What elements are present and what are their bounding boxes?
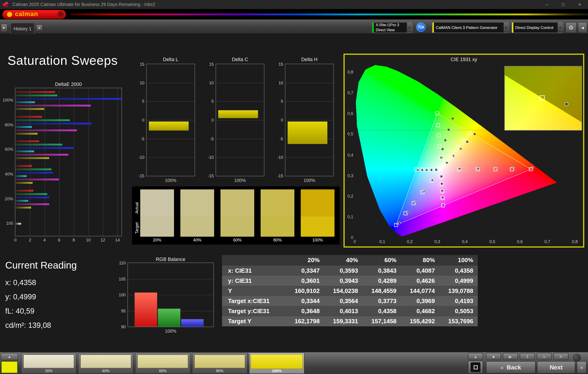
pattern-button-100%[interactable]: 100% xyxy=(249,353,304,374)
group-label: 20% xyxy=(0,196,13,201)
back-button[interactable]: « Back xyxy=(486,361,536,374)
delta-l-title: Delta L xyxy=(146,57,195,62)
deltae-bar xyxy=(16,154,68,156)
cell-value: 0,4013 xyxy=(324,308,362,314)
actual-target-swatch-panel: Actual Target 20%40%60%80%100% xyxy=(132,186,340,245)
x-tick-label: 14 xyxy=(113,238,122,242)
row-label: y: CIE31 xyxy=(222,277,286,284)
x-tick-label: 0,8 xyxy=(568,239,581,244)
stop-button[interactable]: ■ xyxy=(486,353,501,360)
gridline xyxy=(285,120,333,120)
deltae-bar xyxy=(16,196,49,198)
swatch-actual xyxy=(301,189,335,216)
deltae-bar xyxy=(16,165,32,167)
collapse-panel-button[interactable]: ◀ xyxy=(578,22,587,33)
swatch-40% xyxy=(180,189,214,237)
calman-logo[interactable]: calman ▼ xyxy=(2,10,66,19)
y-tick-label: 110 xyxy=(116,261,126,265)
deltae-bar xyxy=(16,122,92,124)
bottom-bar: ▲ ▲ ■ ▶ ‖ ∞ ↻ « Back Next » 20%40%60%80%… xyxy=(0,352,588,374)
minimize-button[interactable]: – xyxy=(538,0,555,9)
y-tick-label: -10 xyxy=(204,155,214,160)
cell-value: 0,3564 xyxy=(324,298,362,304)
meter-dropdown[interactable]: X-Rite i1Pro 3 Direct View ▼ xyxy=(372,22,412,33)
blank-pattern-button[interactable] xyxy=(468,361,483,374)
deltae-bar xyxy=(16,190,33,191)
table-row: Y160,9102154,0238148,4559144,0774139,078… xyxy=(222,286,478,296)
delta-h-xlabel: 100% xyxy=(285,178,334,183)
rgb-balance-chart: 1101051009590 xyxy=(127,263,214,327)
maximize-button[interactable]: □ xyxy=(555,0,571,9)
next-button[interactable]: Next xyxy=(537,361,575,374)
deltae-bar xyxy=(16,203,49,205)
meter-line1: X-Rite i1Pro 3 xyxy=(376,23,407,28)
x-tick-label: 10 xyxy=(84,238,93,242)
fast-forward-button[interactable]: » xyxy=(577,361,586,374)
y-tick-label: 5 xyxy=(204,99,214,104)
cie-zoom-inset xyxy=(504,66,582,130)
calman-logo-text: calman xyxy=(15,11,38,18)
close-button[interactable]: × xyxy=(571,0,588,9)
source-dropdown[interactable]: CalMAN Client 3 Pattern Generator ▼ xyxy=(432,22,509,33)
rgb-bar-blue xyxy=(181,319,204,327)
swatch-label: 20% xyxy=(140,238,174,242)
gridline xyxy=(147,120,195,120)
y-tick-label: 0,4 xyxy=(345,152,353,157)
pattern-window-button[interactable]: ▲ xyxy=(1,353,18,361)
target-row-label: Target xyxy=(135,220,140,236)
y-tick-label: 100 xyxy=(116,292,126,297)
swatch-label: 60% xyxy=(220,238,254,242)
deltae-bar xyxy=(16,105,91,106)
y-tick-label: 10 xyxy=(135,80,144,85)
pattern-button-40%[interactable]: 40% xyxy=(78,353,134,374)
y-tick-label: 0,3 xyxy=(345,173,353,178)
deltae-bar xyxy=(16,150,34,152)
pattern-button-80%[interactable]: 80% xyxy=(192,353,248,374)
delta-value-bar xyxy=(218,110,258,118)
loop-button[interactable]: ↻ xyxy=(554,353,568,360)
swatch-target xyxy=(140,216,174,237)
pattern-button-60%[interactable]: 60% xyxy=(135,353,191,374)
swatch-target xyxy=(261,216,294,237)
deltae-bar xyxy=(16,140,39,142)
cell-value: 0,3344 xyxy=(286,298,324,304)
swatch-target xyxy=(220,216,254,237)
swatch-20% xyxy=(140,189,174,237)
display-dropdown[interactable]: Direct Display Control ▼ xyxy=(512,22,563,33)
tab-history-1[interactable]: History 1 xyxy=(10,23,34,34)
chevron-down-icon[interactable]: ▼ xyxy=(557,22,563,33)
add-tab-button[interactable]: + xyxy=(36,24,43,31)
cell-value: 157,1458 xyxy=(362,318,401,325)
expand-panel-button[interactable]: ▶ xyxy=(1,24,7,32)
swatch-label: 80% xyxy=(261,238,294,242)
logo-menu-chevron-icon[interactable]: ▼ xyxy=(57,11,64,17)
pattern-swatch xyxy=(137,354,188,368)
gridline xyxy=(216,120,264,120)
deltae-bar xyxy=(16,206,31,208)
eject-button[interactable]: ▲ xyxy=(468,353,483,360)
y-tick-label: 95 xyxy=(116,309,126,313)
gridline xyxy=(285,157,333,158)
gear-icon[interactable]: ⚙ xyxy=(566,22,577,33)
play-button[interactable]: ▶ xyxy=(503,353,518,360)
chevron-down-icon[interactable]: ▼ xyxy=(407,22,412,33)
table-row: Target Y162,1798159,3331157,1458155,4292… xyxy=(222,316,478,326)
cell-value: 155,4292 xyxy=(401,318,439,325)
pattern-button-20%[interactable]: 20% xyxy=(21,353,76,374)
current-pattern-swatch xyxy=(1,361,18,373)
deltae-bar xyxy=(16,126,32,128)
swatch-80% xyxy=(261,189,294,237)
pattern-swatch xyxy=(251,354,303,369)
cell-value: 0,4087 xyxy=(401,267,439,274)
pause-button[interactable]: ‖ xyxy=(520,353,535,360)
deltae-bar xyxy=(16,182,33,184)
cell-value: 0,3843 xyxy=(362,267,401,274)
y-tick-label: 0,8 xyxy=(345,70,353,75)
deltae-bar xyxy=(16,223,21,224)
swatch-label: 40% xyxy=(180,238,214,242)
meter-count-badge[interactable]: 716 xyxy=(416,22,426,32)
chevron-down-icon[interactable]: ▼ xyxy=(503,22,509,33)
link-button[interactable]: ∞ xyxy=(536,353,551,360)
page-title: Saturation Sweeps xyxy=(8,53,118,68)
rgb-bar-red xyxy=(135,293,157,327)
